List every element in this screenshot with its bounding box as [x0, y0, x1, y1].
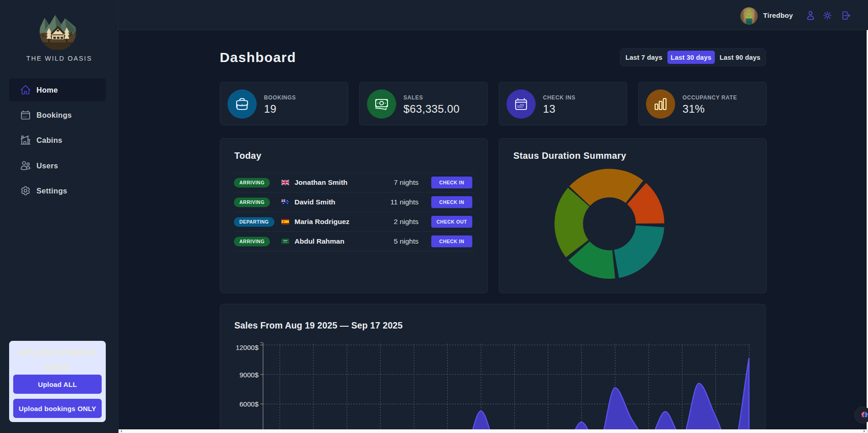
- svg-text:6000$: 6000$: [239, 400, 258, 408]
- svg-text:9000$: 9000$: [239, 371, 258, 379]
- svg-text:12000$: 12000$: [236, 344, 259, 351]
